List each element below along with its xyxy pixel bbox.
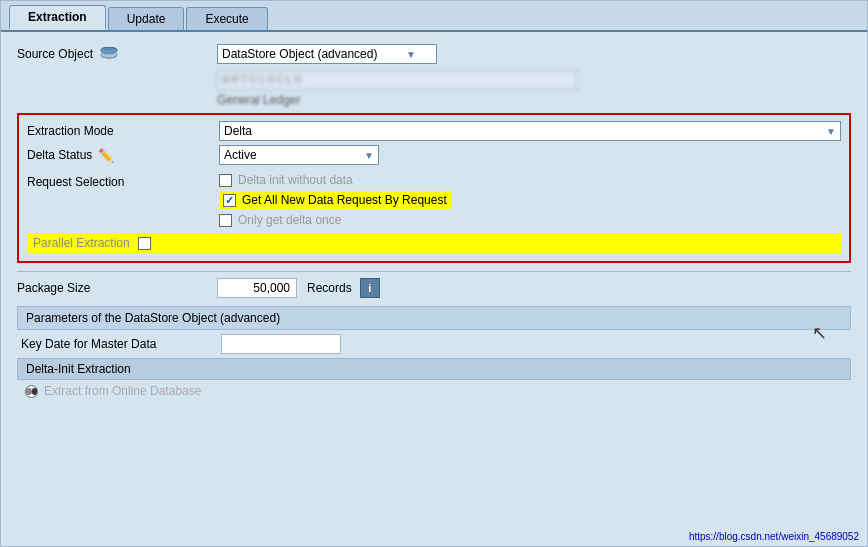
pencil-icon: ✏️ — [98, 148, 114, 163]
tab-bar: Extraction Update Execute — [1, 1, 867, 32]
delta-init-header: Delta-Init Extraction — [17, 358, 851, 380]
extract-online-radio[interactable] — [25, 385, 38, 398]
source-object-dropdown[interactable]: DataStore Object (advanced) ▼ — [217, 44, 437, 64]
extract-online-label: Extract from Online Database — [44, 384, 201, 398]
get-all-new-checkbox[interactable]: ✓ — [223, 194, 236, 207]
request-options: Delta init without data ✓ Get All New Da… — [219, 173, 451, 227]
svg-rect-1 — [101, 50, 117, 58]
delta-status-label: Delta Status ✏️ — [27, 148, 219, 163]
checkbox-get-all-new: ✓ Get All New Data Request By Request — [219, 191, 451, 209]
content-area: Source Object DataStore Object (advanced… — [1, 32, 867, 546]
parallel-extraction-row: Parallel Extraction — [27, 233, 841, 253]
source-obj-input1[interactable]: ARTCL0CLS — [217, 70, 577, 90]
dropdown-arrow-icon: ▼ — [406, 49, 416, 60]
source-obj-field2-row: General Ledger — [217, 93, 851, 107]
only-delta-label: Only get delta once — [238, 213, 341, 227]
source-object-control: DataStore Object (advanced) ▼ — [217, 44, 851, 64]
source-object-label: Source Object — [17, 46, 217, 62]
extract-online-row: Extract from Online Database — [17, 384, 851, 398]
package-size-value[interactable]: 50,000 — [217, 278, 297, 298]
source-object-row: Source Object DataStore Object (advanced… — [17, 42, 851, 66]
extraction-mode-arrow-icon: ▼ — [826, 126, 836, 137]
request-selection-row: Request Selection Delta init without dat… — [27, 173, 841, 227]
extraction-mode-dropdown[interactable]: Delta ▼ — [219, 121, 841, 141]
delta-init-label: Delta init without data — [238, 173, 353, 187]
source-obj-field1-row: ARTCL0CLS — [217, 70, 851, 90]
package-size-row: Package Size 50,000 Records i — [17, 271, 851, 298]
get-all-new-label: Get All New Data Request By Request — [242, 193, 447, 207]
request-selection-label: Request Selection — [27, 173, 219, 189]
cursor-arrow: ↖ — [812, 322, 827, 344]
delta-status-arrow-icon: ▼ — [364, 150, 374, 161]
tab-extraction[interactable]: Extraction — [9, 5, 106, 30]
extraction-mode-label: Extraction Mode — [27, 124, 219, 138]
tab-execute[interactable]: Execute — [186, 7, 267, 30]
highlighted-section: Extraction Mode Delta ▼ Delta Status ✏️ … — [17, 113, 851, 263]
delta-init-checkbox[interactable] — [219, 174, 232, 187]
checkbox-only-delta: Only get delta once — [219, 213, 451, 227]
key-date-label: Key Date for Master Data — [21, 337, 221, 351]
info-icon[interactable]: i — [360, 278, 380, 298]
package-size-label: Package Size — [17, 281, 217, 295]
only-delta-checkbox[interactable] — [219, 214, 232, 227]
delta-status-dropdown[interactable]: Active ▼ — [219, 145, 379, 165]
extraction-mode-row: Extraction Mode Delta ▼ — [27, 121, 841, 141]
checkbox-delta-init: Delta init without data — [219, 173, 451, 187]
source-obj-input2: General Ledger — [217, 93, 851, 107]
key-date-input[interactable] — [221, 334, 341, 354]
params-section: Parameters of the DataStore Object (adva… — [17, 306, 851, 398]
parallel-extraction-label: Parallel Extraction — [33, 236, 130, 250]
parallel-extraction-checkbox[interactable] — [138, 237, 151, 250]
database-icon — [99, 46, 119, 62]
watermark: https://blog.csdn.net/weixin_45689052 — [689, 531, 859, 542]
records-label: Records — [307, 281, 352, 295]
tab-update[interactable]: Update — [108, 7, 185, 30]
key-date-row: Key Date for Master Data — [17, 334, 851, 354]
params-section-title: Parameters of the DataStore Object (adva… — [17, 306, 851, 330]
delta-status-row: Delta Status ✏️ Active ▼ — [27, 145, 841, 165]
